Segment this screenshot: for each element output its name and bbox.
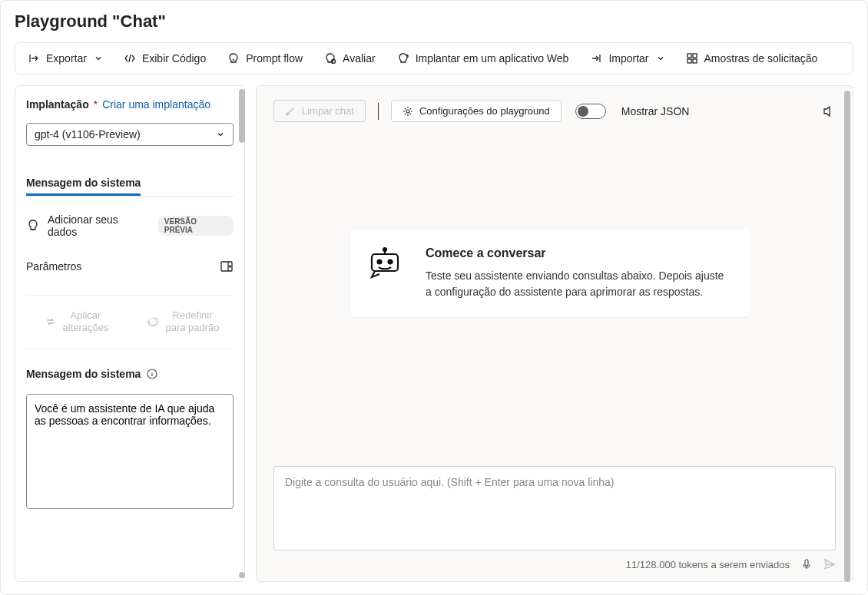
prompt-flow-button[interactable]: Prompt flow [218,48,312,69]
samples-button[interactable]: Amostras de solicitação [677,48,827,69]
chevron-down-icon [94,55,102,62]
expand-panel-icon[interactable] [220,259,234,273]
info-icon[interactable] [147,369,157,379]
system-message-textarea[interactable] [26,394,234,509]
required-asterisk: * [94,98,98,111]
tab-system-message[interactable]: Mensagem do sistema [26,172,141,196]
add-your-data-row[interactable]: Adicionar seus dados VERSÃO PRÉVIA [26,213,234,238]
deploy-icon [397,52,409,64]
main-scrollbar[interactable] [844,91,850,577]
evaluate-icon [324,52,336,64]
svg-point-7 [406,110,409,113]
gear-icon [403,106,413,117]
show-json-toggle[interactable] [575,104,606,119]
playground-settings-button[interactable]: Configurações do playground [391,100,562,122]
separator [378,103,379,120]
import-button[interactable]: Importar [581,48,673,69]
microphone-icon[interactable] [800,558,813,570]
export-icon [28,52,40,64]
sync-icon [45,316,57,328]
svg-rect-2 [693,54,697,58]
deployment-select[interactable]: gpt-4 (v1106-Preview) [26,123,234,146]
sidebar-scrollbar[interactable] [239,89,245,578]
svg-point-10 [378,260,382,264]
undo-icon [147,316,159,328]
reset-default-button: Redefinirpara padrão [133,305,234,338]
data-icon [26,219,40,233]
broom-icon [285,106,296,117]
deploy-web-button[interactable]: Implantar em um aplicativo Web [388,48,578,69]
svg-point-11 [389,260,393,264]
parameters-label: Parâmetros [26,260,81,273]
user-prompt-input[interactable]: Digite a consulta do usuário aqui. (Shif… [273,466,836,550]
welcome-title: Comece a conversar [426,246,731,260]
page-title: Playground "Chat" [15,12,853,31]
clear-chat-button: Limpar chat [273,100,366,122]
svg-point-9 [383,248,386,251]
chevron-down-icon [657,55,664,62]
export-button[interactable]: Exportar [18,48,111,69]
import-icon [590,52,602,64]
show-json-label: Mostrar JSON [621,105,690,117]
deployment-label: Implantação [26,98,89,111]
view-code-button[interactable]: Exibir Código [114,48,215,69]
welcome-card: Comece a conversar Teste seu assistente … [350,230,750,317]
system-message-heading: Mensagem do sistema [26,368,141,380]
svg-rect-3 [687,59,691,63]
svg-rect-12 [805,560,808,566]
prompt-flow-icon [227,52,240,64]
speaker-icon[interactable] [822,104,836,118]
code-icon [124,52,136,64]
config-sidebar: Implantação * Criar uma implantação gpt-… [15,85,245,582]
svg-rect-1 [687,54,691,58]
bot-icon [367,246,403,300]
token-status: 11/128.000 tokens a serem enviados [626,559,790,570]
apply-changes-button: Aplicaralterações [26,305,127,338]
svg-rect-4 [693,59,697,63]
evaluate-button[interactable]: Avaliar [315,48,385,69]
preview-badge: VERSÃO PRÉVIA [158,216,234,236]
chevron-down-icon [216,130,225,139]
create-deployment-link[interactable]: Criar uma implantação [102,98,210,111]
top-toolbar: Exportar Exibir Código Prompt flow Avali… [15,42,853,74]
send-icon[interactable] [823,558,836,570]
welcome-body: Teste seu assistente enviando consultas … [426,268,731,300]
deployment-value: gpt-4 (v1106-Preview) [35,128,141,140]
chat-panel: Limpar chat Configurações do playground … [256,85,853,582]
grid-icon [686,52,698,64]
